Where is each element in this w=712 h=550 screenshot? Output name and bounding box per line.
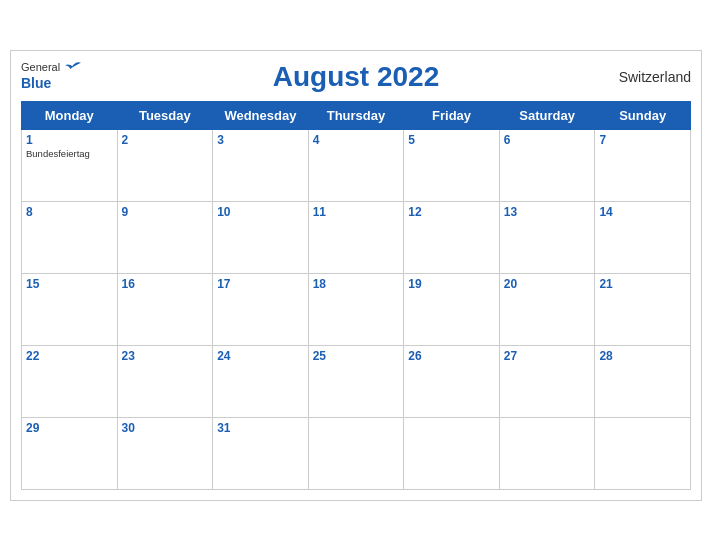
- day-cell-0-1: 2: [117, 129, 213, 201]
- day-number: 6: [504, 133, 591, 147]
- day-number: 23: [122, 349, 209, 363]
- day-cell-2-6: 21: [595, 273, 691, 345]
- day-number: 24: [217, 349, 304, 363]
- day-number: 12: [408, 205, 495, 219]
- day-cell-1-1: 9: [117, 201, 213, 273]
- day-cell-1-2: 10: [213, 201, 309, 273]
- header-monday: Monday: [22, 101, 118, 129]
- header-saturday: Saturday: [499, 101, 595, 129]
- holiday-label: Bundesfeiertag: [26, 148, 113, 159]
- calendar-grid: Monday Tuesday Wednesday Thursday Friday…: [21, 101, 691, 490]
- calendar-title: August 2022: [273, 61, 440, 93]
- day-number: 11: [313, 205, 400, 219]
- day-cell-0-0: 1Bundesfeiertag: [22, 129, 118, 201]
- day-number: 25: [313, 349, 400, 363]
- day-cell-4-0: 29: [22, 417, 118, 489]
- day-cell-3-6: 28: [595, 345, 691, 417]
- day-cell-1-6: 14: [595, 201, 691, 273]
- header-tuesday: Tuesday: [117, 101, 213, 129]
- day-number: 21: [599, 277, 686, 291]
- logo-bird-icon: [65, 61, 83, 75]
- day-cell-0-6: 7: [595, 129, 691, 201]
- day-cell-0-5: 6: [499, 129, 595, 201]
- day-cell-0-3: 4: [308, 129, 404, 201]
- header-sunday: Sunday: [595, 101, 691, 129]
- week-row-4: 22232425262728: [22, 345, 691, 417]
- calendar-header: General Blue August 2022 Switzerland: [21, 61, 691, 93]
- day-cell-3-4: 26: [404, 345, 500, 417]
- day-cell-4-6: [595, 417, 691, 489]
- day-cell-1-3: 11: [308, 201, 404, 273]
- day-cell-1-4: 12: [404, 201, 500, 273]
- day-number: 17: [217, 277, 304, 291]
- day-number: 18: [313, 277, 400, 291]
- day-number: 8: [26, 205, 113, 219]
- day-cell-3-0: 22: [22, 345, 118, 417]
- day-cell-3-2: 24: [213, 345, 309, 417]
- day-number: 9: [122, 205, 209, 219]
- day-number: 14: [599, 205, 686, 219]
- day-cell-2-1: 16: [117, 273, 213, 345]
- header-thursday: Thursday: [308, 101, 404, 129]
- day-number: 22: [26, 349, 113, 363]
- week-row-3: 15161718192021: [22, 273, 691, 345]
- country-label: Switzerland: [619, 69, 691, 85]
- day-cell-2-5: 20: [499, 273, 595, 345]
- day-number: 13: [504, 205, 591, 219]
- header-wednesday: Wednesday: [213, 101, 309, 129]
- day-cell-2-4: 19: [404, 273, 500, 345]
- day-cell-0-2: 3: [213, 129, 309, 201]
- day-number: 30: [122, 421, 209, 435]
- day-cell-1-0: 8: [22, 201, 118, 273]
- day-cell-2-3: 18: [308, 273, 404, 345]
- logo-general-text: General: [21, 61, 83, 75]
- day-number: 29: [26, 421, 113, 435]
- calendar-container: General Blue August 2022 Switzerland Mon…: [10, 50, 702, 501]
- day-cell-3-3: 25: [308, 345, 404, 417]
- day-number: 16: [122, 277, 209, 291]
- logo-area: General Blue: [21, 61, 83, 91]
- day-number: 3: [217, 133, 304, 147]
- day-cell-2-2: 17: [213, 273, 309, 345]
- day-cell-4-2: 31: [213, 417, 309, 489]
- day-number: 10: [217, 205, 304, 219]
- day-cell-3-1: 23: [117, 345, 213, 417]
- day-cell-4-4: [404, 417, 500, 489]
- logo-blue-text: Blue: [21, 75, 51, 91]
- day-cell-3-5: 27: [499, 345, 595, 417]
- week-row-1: 1Bundesfeiertag234567: [22, 129, 691, 201]
- day-number: 15: [26, 277, 113, 291]
- day-number: 2: [122, 133, 209, 147]
- weekday-header-row: Monday Tuesday Wednesday Thursday Friday…: [22, 101, 691, 129]
- day-number: 27: [504, 349, 591, 363]
- week-row-2: 891011121314: [22, 201, 691, 273]
- day-number: 5: [408, 133, 495, 147]
- day-cell-4-1: 30: [117, 417, 213, 489]
- week-row-5: 293031: [22, 417, 691, 489]
- day-number: 1: [26, 133, 113, 147]
- day-number: 26: [408, 349, 495, 363]
- day-cell-2-0: 15: [22, 273, 118, 345]
- day-cell-1-5: 13: [499, 201, 595, 273]
- day-number: 31: [217, 421, 304, 435]
- day-number: 19: [408, 277, 495, 291]
- day-number: 20: [504, 277, 591, 291]
- header-friday: Friday: [404, 101, 500, 129]
- day-number: 28: [599, 349, 686, 363]
- day-cell-4-3: [308, 417, 404, 489]
- day-cell-0-4: 5: [404, 129, 500, 201]
- day-number: 7: [599, 133, 686, 147]
- day-number: 4: [313, 133, 400, 147]
- day-cell-4-5: [499, 417, 595, 489]
- calendar-body: 1Bundesfeiertag2345678910111213141516171…: [22, 129, 691, 489]
